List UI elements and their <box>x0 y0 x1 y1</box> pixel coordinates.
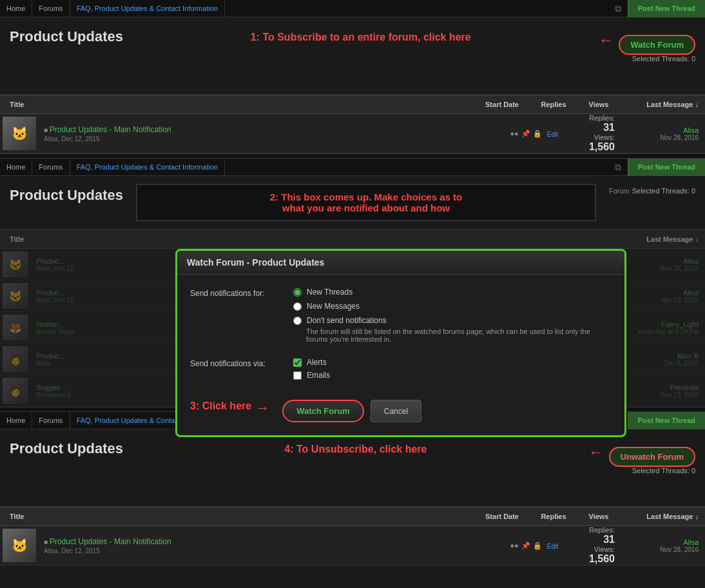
checkbox-emails: Emails <box>293 371 612 380</box>
dialog-cancel-btn[interactable]: Cancel <box>371 400 421 422</box>
table-header-1: Title Start Date Replies Views Last Mess… <box>0 95 705 114</box>
watch-forum-btn-1[interactable]: Watch Forum <box>619 35 695 55</box>
section3-title: Product Updates <box>10 440 123 457</box>
section1-title: Product Updates <box>10 28 123 45</box>
pin-icon-1: 📌 <box>521 130 530 138</box>
dialog-via-label: Send notifications via: <box>190 358 293 368</box>
radio-dont-send-label: Don't send notifications <box>307 316 387 325</box>
dialog-via-row: Send notifications via: Alerts Emails <box>190 358 612 384</box>
selected-threads-3: Selected Threads: 0 <box>632 467 695 475</box>
col-last-msg-2: Last Message ↓ <box>621 235 705 243</box>
thread-meta-1: Alisa, Dec 12, 2015 <box>44 135 505 142</box>
nav-forums-1[interactable]: Forums <box>32 0 70 17</box>
nav-home-1[interactable]: Home <box>0 0 32 17</box>
nav-breadcrumb-2[interactable]: FAQ, Product Updates & Contact Informati… <box>70 159 226 175</box>
thread-meta-3: Alisa, Dec 12, 2015 <box>44 547 505 554</box>
step3-annotation-text: 3: Click here <box>190 400 251 412</box>
bg-avatar-2: 🐱 <box>3 283 28 309</box>
dialog-watch-forum-btn[interactable]: Watch Forum <box>282 400 364 422</box>
radio-new-threads-input[interactable] <box>293 288 302 297</box>
col-last-msg-3: Last Message ↓ <box>621 513 705 520</box>
edit-label-3[interactable]: Edit <box>547 543 558 550</box>
last-msg-date-3: Nov 28, 2016 <box>621 546 699 553</box>
bg-thread-title-3: Nether... <box>36 320 113 328</box>
col-replies-3: Replies <box>531 513 576 520</box>
edit-label-1[interactable]: Edit <box>547 131 558 138</box>
nav-bar-1: Home Forums FAQ, Product Updates & Conta… <box>0 0 705 17</box>
unwatch-forum-btn[interactable]: Unwatch Forum <box>609 447 695 467</box>
dialog-content: Send notifications for: New Threads New … <box>177 275 624 435</box>
step3-annotation-area: 3: Click here → <box>190 400 269 416</box>
nav-home-2[interactable]: Home <box>0 159 32 175</box>
col-replies-1: Replies <box>531 101 576 108</box>
thread-icons-3: ●● 📌 🔒 Edit <box>510 542 558 550</box>
selected-threads-2: Selected Threads: 0 <box>632 187 695 195</box>
col-title-3: Title <box>0 513 473 520</box>
section1-annotation: 1: To Subscribe to an entire forum, clic… <box>136 32 585 43</box>
bg-thread-title-1: Produc... <box>36 257 113 265</box>
checkbox-emails-input[interactable] <box>293 371 302 380</box>
views-count-3: 1,560 <box>563 553 615 565</box>
radio-new-messages-input[interactable] <box>293 302 302 311</box>
external-link-icon-2: ⧉ <box>608 162 628 173</box>
nav-forums-3[interactable]: Forums <box>32 412 70 429</box>
dialog-title-bar: Watch Forum - Product Updates <box>177 251 624 275</box>
section3-annotation: 4: To Unsubscribe, click here <box>136 444 575 455</box>
replies-count-1: 31 <box>563 122 615 133</box>
col-start-date-3: Start Date <box>473 513 531 520</box>
lock-icon-3: 🔒 <box>533 542 542 550</box>
last-msg-user-3[interactable]: Alisa <box>621 538 699 546</box>
thread-info-1: ■ Product Updates - Main Notification Al… <box>39 122 510 145</box>
radio-new-messages-label: New Messages <box>307 302 360 311</box>
post-new-thread-btn-1[interactable]: Post New Thread <box>628 0 705 17</box>
radio-new-threads: New Threads <box>293 288 612 297</box>
nav-breadcrumb-1[interactable]: FAQ, Product Updates & Contact Informati… <box>70 0 226 17</box>
selected-threads-1: Selected Threads: 0 <box>632 55 695 63</box>
col-start-date-1: Start Date <box>473 101 531 108</box>
checkbox-alerts-label: Alerts <box>307 358 327 367</box>
col-title-1: Title <box>0 101 473 108</box>
bg-avatar-4: 👩 <box>3 346 28 372</box>
section3-header: Product Updates 4: To Unsubscribe, click… <box>0 429 705 507</box>
nav-home-3[interactable]: Home <box>0 412 32 429</box>
checkbox-alerts: Alerts <box>293 358 612 367</box>
external-link-icon-1: ⧉ <box>608 3 628 14</box>
bg-avatar-1: 🐱 <box>3 251 28 277</box>
col-views-3: Views <box>576 513 621 520</box>
dialog-via-options: Alerts Emails <box>293 358 612 384</box>
nav-forums-2[interactable]: Forums <box>32 159 70 175</box>
post-new-thread-btn-2[interactable]: Post New Thread <box>628 159 705 176</box>
thread-title-1[interactable]: Product Updates - Main Notification <box>50 125 171 134</box>
bg-thread-title-2: Produc... <box>36 289 113 297</box>
bg-thread-title-5: Sugges... <box>36 384 113 391</box>
dialog-overlay: Watch Forum - Product Updates Send notif… <box>116 249 686 437</box>
dont-send-desc: The forum will still be listed on the wa… <box>306 328 612 343</box>
divider-1 <box>0 153 705 159</box>
radio-dont-send-input[interactable] <box>293 317 302 325</box>
section3-arrow: ← <box>588 443 604 461</box>
section2-header: Product Updates 2: This box comes up. Ma… <box>0 176 705 230</box>
section2: Home Forums FAQ, Product Updates & Conta… <box>0 159 705 407</box>
replies-count-3: 31 <box>563 534 615 545</box>
avatar-3: 🐱 <box>3 529 36 562</box>
step3-arrow-icon: → <box>255 400 269 416</box>
dialog-buttons: Watch Forum Cancel <box>282 400 421 422</box>
section1: Home Forums FAQ, Product Updates & Conta… <box>0 0 705 153</box>
last-msg-user-1[interactable]: Alisa <box>621 126 699 134</box>
checkbox-emails-label: Emails <box>307 371 330 380</box>
views-label-3: Views: <box>563 545 615 553</box>
dialog-notif-label: Send notifications for: <box>190 288 293 298</box>
checkbox-alerts-input[interactable] <box>293 358 302 367</box>
dialog-button-area: 3: Click here → Watch Forum Cancel <box>190 393 612 422</box>
section1-arrow: ← <box>598 31 613 49</box>
radio-new-threads-label: New Threads <box>307 288 352 297</box>
section1-header: Product Updates 1: To Subscribe to an en… <box>0 17 705 95</box>
col-title-2: Title <box>0 235 316 243</box>
radio-dont-send: Don't send notifications <box>293 316 612 325</box>
dot-icon-1: ●● <box>510 130 518 137</box>
last-msg-col-3: Alisa Nov 28, 2016 <box>621 538 705 553</box>
thread-title-3[interactable]: Product Updates - Main Notification <box>50 537 171 546</box>
avatar-img-3: 🐱 <box>3 529 36 562</box>
replies-label-1: Replies: <box>563 114 615 122</box>
thread-icons-1: ●● 📌 🔒 Edit <box>510 130 558 138</box>
